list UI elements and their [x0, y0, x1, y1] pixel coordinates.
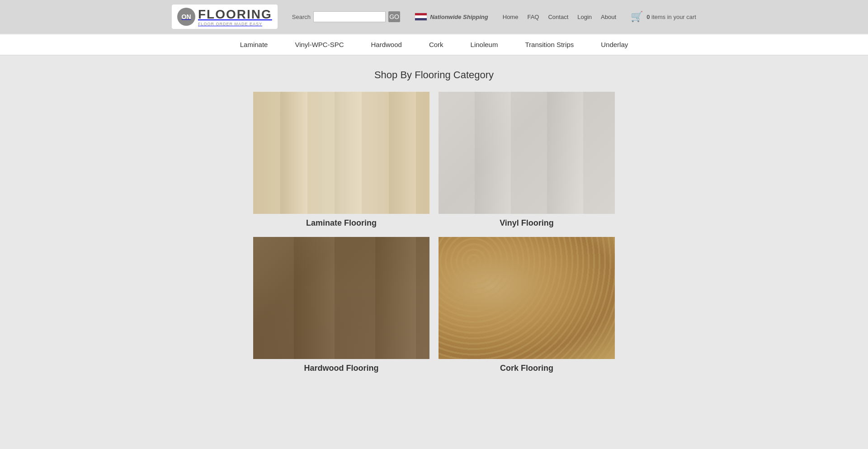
nav-menu-transition-strips[interactable]: Transition Strips: [525, 39, 574, 50]
nav-link-faq[interactable]: FAQ: [527, 14, 539, 20]
category-image-cork: [439, 237, 615, 359]
logo-brand: FLOORING: [198, 7, 272, 22]
cart-area[interactable]: 🛒 0 items in your cart: [631, 11, 696, 23]
flag-icon: [415, 13, 427, 21]
nav-menu-underlay[interactable]: Underlay: [601, 39, 628, 50]
search-area: Search GO: [292, 11, 400, 22]
category-image-laminate: [253, 92, 429, 214]
logo-area: ON FLOORING FLOOR ORDER MADE EASY: [172, 5, 278, 29]
category-grid: Laminate Flooring Vinyl Flooring Hardwoo…: [253, 92, 615, 373]
shipping-area: Nationwide Shipping: [415, 13, 488, 21]
nav-menu-linoleum[interactable]: Linoleum: [471, 39, 498, 50]
nav-menu-laminate[interactable]: Laminate: [240, 39, 268, 50]
category-item-laminate[interactable]: Laminate Flooring: [253, 92, 429, 228]
nav-link-about[interactable]: About: [601, 14, 616, 20]
logo-circle: ON: [177, 8, 195, 26]
page-title: Shop By Flooring Category: [253, 69, 615, 81]
cart-text: 0 items in your cart: [646, 14, 696, 20]
search-input[interactable]: [313, 11, 386, 22]
logo-box: ON FLOORING FLOOR ORDER MADE EASY: [172, 5, 278, 29]
category-item-vinyl[interactable]: Vinyl Flooring: [439, 92, 615, 228]
logo-link[interactable]: ON FLOORING FLOOR ORDER MADE EASY: [172, 5, 278, 29]
logo-initials: ON: [182, 13, 191, 20]
cart-icon: 🛒: [631, 11, 643, 23]
logo-tagline: FLOOR ORDER MADE EASY: [198, 22, 272, 26]
cart-label: items in your cart: [651, 14, 696, 20]
category-label-cork: Cork Flooring: [500, 364, 553, 373]
category-label-vinyl: Vinyl Flooring: [500, 218, 554, 228]
nav-menu: Laminate Vinyl-WPC-SPC Hardwood Cork Lin…: [0, 33, 868, 56]
search-button[interactable]: GO: [388, 11, 400, 22]
category-image-vinyl: [439, 92, 615, 214]
logo-text-area: FLOORING FLOOR ORDER MADE EASY: [198, 7, 272, 26]
category-item-cork[interactable]: Cork Flooring: [439, 237, 615, 373]
category-image-hardwood: [253, 237, 429, 359]
nav-link-contact[interactable]: Contact: [548, 14, 568, 20]
top-bar: ON FLOORING FLOOR ORDER MADE EASY Search…: [0, 0, 868, 33]
nav-menu-cork[interactable]: Cork: [429, 39, 443, 50]
search-go-label: GO: [389, 13, 399, 20]
nav-link-login[interactable]: Login: [577, 14, 592, 20]
nav-menu-vinyl-wpc-spc[interactable]: Vinyl-WPC-SPC: [295, 39, 344, 50]
shipping-text: Nationwide Shipping: [430, 14, 488, 20]
nav-menu-hardwood[interactable]: Hardwood: [371, 39, 402, 50]
category-item-hardwood[interactable]: Hardwood Flooring: [253, 237, 429, 373]
top-nav-links: Home FAQ Contact Login About: [503, 14, 616, 20]
nav-link-home[interactable]: Home: [503, 14, 519, 20]
category-label-hardwood: Hardwood Flooring: [304, 364, 379, 373]
category-label-laminate: Laminate Flooring: [306, 218, 377, 228]
search-label: Search: [292, 14, 311, 20]
cart-count: 0: [646, 14, 650, 20]
main-content: Shop By Flooring Category Laminate Floor…: [253, 56, 615, 391]
